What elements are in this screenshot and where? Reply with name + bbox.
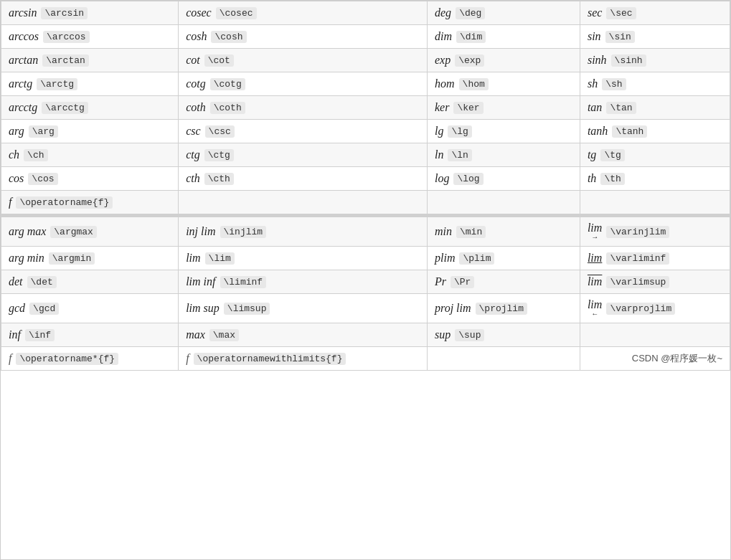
math-name: f <box>186 352 189 365</box>
cell-r8-c2 <box>428 191 580 214</box>
math-cmd: \ctg <box>204 149 234 161</box>
cell-r5-c0: arg \arg <box>1 120 179 143</box>
math-name: deg <box>435 6 451 19</box>
math-cmd: \arcsin <box>41 7 88 19</box>
cell-content: th \th <box>588 172 722 185</box>
math-name: cth <box>186 172 200 185</box>
math-cmd: \varprojlim <box>606 303 675 315</box>
cell-content: lg \lg <box>435 125 572 138</box>
math-cmd: \inf <box>25 329 55 341</box>
cell-r5-c1: csc \csc <box>179 120 428 143</box>
math-cmd: \argmin <box>49 252 95 265</box>
math-cmd: \injlim <box>220 226 267 238</box>
math-name: tan <box>588 101 602 114</box>
cell-content: tan \tan <box>588 101 722 114</box>
cell-r8-c1 <box>179 191 428 214</box>
lim-arrow-symbol: lim→ <box>588 222 602 241</box>
math-name: lim inf <box>186 275 215 288</box>
cell-content: lim inf \liminf <box>186 275 420 288</box>
math-cmd: \varlimsup <box>606 276 669 288</box>
cell-r14-c3 <box>580 323 730 347</box>
math-name: arcsin <box>9 6 37 19</box>
cell-content: lim \varlimsup <box>588 275 722 288</box>
math-cmd: \dim <box>456 31 486 43</box>
cell-content: sin \sin <box>588 30 722 43</box>
math-cmd: \arg <box>29 125 58 138</box>
cell-r8-c3 <box>580 191 730 214</box>
cell-content: lim← \varprojlim <box>588 299 722 318</box>
math-name: th <box>588 172 596 185</box>
cell-content: coth \coth <box>186 101 420 114</box>
math-cmd: \varinjlim <box>606 226 669 238</box>
credit-text: CSDN @程序媛一枚~ <box>580 347 730 371</box>
math-name: max <box>186 328 205 341</box>
cell-r2-c3: sinh \sinh <box>580 49 730 72</box>
math-name: sin <box>588 30 601 43</box>
cell-content: lim sup \limsup <box>186 302 420 315</box>
cell-r4-c3: tan \tan <box>580 96 730 120</box>
math-name: tanh <box>588 125 608 138</box>
math-cmd: \varliminf <box>606 252 669 265</box>
math-cmd: \tg <box>600 149 624 161</box>
math-name: log <box>435 172 449 185</box>
cell-r14-c2: sup \sup <box>428 323 580 347</box>
cell-content: sec \sec <box>588 6 722 19</box>
cell-content: deg \deg <box>435 6 572 19</box>
cell-content: arcctg \arcctg <box>9 101 171 114</box>
cell-r4-c0: arcctg \arcctg <box>1 96 179 120</box>
math-cmd: \arccos <box>43 31 90 43</box>
cell-r2-c1: cot \cot <box>179 49 428 72</box>
math-cmd: \cosec <box>216 7 257 19</box>
cell-content: plim \plim <box>435 252 572 265</box>
math-cmd: \argmax <box>50 226 97 238</box>
cell-r13-c2: proj lim \projlim <box>428 294 580 323</box>
math-cmd: \sup <box>455 329 484 341</box>
math-cmd: \gcd <box>29 303 59 315</box>
cell-r0-c0: arcsin \arcsin <box>1 1 179 25</box>
math-name: arg max <box>9 225 46 238</box>
math-name: arctan <box>9 54 38 67</box>
math-name: sec <box>588 6 602 19</box>
cell-r2-c0: arctan \arctan <box>1 49 179 72</box>
cell-r13-c3: lim← \varprojlim <box>580 294 730 323</box>
cell-r0-c1: cosec \cosec <box>179 1 428 25</box>
cell-content: Pr \Pr <box>435 275 572 288</box>
cell-content: arg min \argmin <box>9 252 171 265</box>
math-cmd: \tanh <box>612 125 647 138</box>
cell-r1-c1: cosh \cosh <box>179 25 428 49</box>
cell-r0-c2: deg \deg <box>428 1 580 25</box>
math-name: arg <box>9 125 24 138</box>
math-name: arccos <box>9 30 39 43</box>
math-name: ln <box>435 148 443 161</box>
cell-content: inf \inf <box>9 328 171 341</box>
math-name: inf <box>9 328 21 341</box>
math-cmd: \max <box>209 329 239 341</box>
cell-content: ker \ker <box>435 101 572 114</box>
cell-content: lim \varliminf <box>588 252 722 265</box>
math-name: ch <box>9 148 19 161</box>
cell-r8-c0: f \operatorname{f} <box>1 191 179 214</box>
math-cmd: \cos <box>28 173 57 185</box>
cell-r14-c1: max \max <box>179 323 428 347</box>
cell-r14-c0: inf \inf <box>1 323 179 347</box>
cell-r1-c3: sin \sin <box>580 25 730 49</box>
reference-table: arcsin \arcsin cosec \cosec deg \deg sec… <box>1 1 730 371</box>
cell-r7-c0: cos \cos <box>1 167 179 191</box>
cell-content: log \log <box>435 172 572 185</box>
math-name: cotg <box>186 77 206 90</box>
cell-r3-c2: hom \hom <box>428 72 580 96</box>
cell-r10-c0: arg max \argmax <box>1 217 179 247</box>
math-cmd: \det <box>27 276 57 288</box>
cell-r12-c2: Pr \Pr <box>428 270 580 294</box>
math-name: cot <box>186 54 200 67</box>
cell-content: cotg \cotg <box>186 77 420 90</box>
cell-content: cosec \cosec <box>186 6 420 19</box>
math-cmd: \hom <box>459 78 489 90</box>
cell-content: tg \tg <box>588 148 722 161</box>
math-name: exp <box>435 54 451 67</box>
math-name: sinh <box>588 54 607 67</box>
math-name: plim <box>435 252 455 265</box>
cell-r7-c2: log \log <box>428 167 580 191</box>
math-cmd: \cosh <box>211 31 246 43</box>
math-cmd: \lg <box>448 125 471 138</box>
